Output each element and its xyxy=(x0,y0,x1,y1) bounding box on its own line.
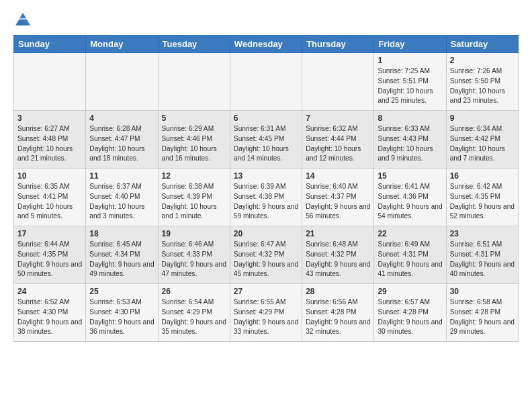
calendar-cell: 17Sunrise: 6:44 AM Sunset: 4:35 PM Dayli… xyxy=(14,226,86,284)
day-number: 3 xyxy=(17,113,82,123)
col-header-tuesday: Tuesday xyxy=(158,36,230,53)
day-info: Sunrise: 6:58 AM Sunset: 4:28 PM Dayligh… xyxy=(450,298,515,337)
day-number: 15 xyxy=(378,171,442,181)
calendar-cell: 7Sunrise: 6:32 AM Sunset: 4:44 PM Daylig… xyxy=(302,111,374,169)
calendar-cell: 20Sunrise: 6:47 AM Sunset: 4:32 PM Dayli… xyxy=(230,226,302,284)
calendar-header-row: SundayMondayTuesdayWednesdayThursdayFrid… xyxy=(14,36,519,53)
day-info: Sunrise: 6:42 AM Sunset: 4:35 PM Dayligh… xyxy=(450,182,515,222)
day-number: 10 xyxy=(17,171,82,181)
day-info: Sunrise: 6:40 AM Sunset: 4:37 PM Dayligh… xyxy=(306,182,370,222)
calendar-week-0: 1Sunrise: 7:25 AM Sunset: 5:51 PM Daylig… xyxy=(14,53,519,111)
day-info: Sunrise: 7:26 AM Sunset: 5:50 PM Dayligh… xyxy=(450,66,515,106)
day-number: 7 xyxy=(306,113,370,123)
day-info: Sunrise: 6:34 AM Sunset: 4:42 PM Dayligh… xyxy=(450,124,515,164)
day-info: Sunrise: 6:46 AM Sunset: 4:33 PM Dayligh… xyxy=(162,240,226,279)
day-number: 8 xyxy=(378,113,442,123)
day-info: Sunrise: 7:25 AM Sunset: 5:51 PM Dayligh… xyxy=(378,66,442,106)
page: SundayMondayTuesdayWednesdayThursdayFrid… xyxy=(0,0,532,349)
day-number: 21 xyxy=(306,229,370,238)
calendar-cell xyxy=(86,53,158,111)
calendar-cell: 12Sunrise: 6:38 AM Sunset: 4:39 PM Dayli… xyxy=(158,169,230,226)
day-info: Sunrise: 6:47 AM Sunset: 4:32 PM Dayligh… xyxy=(234,240,298,279)
calendar-table: SundayMondayTuesdayWednesdayThursdayFrid… xyxy=(13,35,519,342)
day-number: 30 xyxy=(450,287,515,296)
logo xyxy=(13,11,34,30)
day-info: Sunrise: 6:45 AM Sunset: 4:34 PM Dayligh… xyxy=(89,240,154,279)
calendar-cell: 4Sunrise: 6:28 AM Sunset: 4:47 PM Daylig… xyxy=(86,111,158,169)
calendar-cell: 18Sunrise: 6:45 AM Sunset: 4:34 PM Dayli… xyxy=(86,226,158,284)
day-info: Sunrise: 6:56 AM Sunset: 4:28 PM Dayligh… xyxy=(306,298,370,337)
calendar-cell: 29Sunrise: 6:57 AM Sunset: 4:28 PM Dayli… xyxy=(374,284,446,342)
col-header-thursday: Thursday xyxy=(302,36,374,53)
day-number: 27 xyxy=(234,287,298,296)
calendar-cell: 28Sunrise: 6:56 AM Sunset: 4:28 PM Dayli… xyxy=(302,284,374,342)
calendar-cell xyxy=(302,53,374,111)
day-info: Sunrise: 6:41 AM Sunset: 4:36 PM Dayligh… xyxy=(378,182,442,222)
day-number: 25 xyxy=(89,287,154,296)
calendar-cell: 27Sunrise: 6:55 AM Sunset: 4:29 PM Dayli… xyxy=(230,284,302,342)
calendar-cell xyxy=(14,53,86,111)
day-number: 24 xyxy=(17,287,82,296)
day-number: 26 xyxy=(162,287,226,296)
calendar-cell: 23Sunrise: 6:51 AM Sunset: 4:31 PM Dayli… xyxy=(446,226,518,284)
col-header-monday: Monday xyxy=(86,36,158,53)
day-info: Sunrise: 6:39 AM Sunset: 4:38 PM Dayligh… xyxy=(234,182,298,222)
day-number: 16 xyxy=(450,171,515,181)
day-info: Sunrise: 6:57 AM Sunset: 4:28 PM Dayligh… xyxy=(378,298,442,337)
day-number: 5 xyxy=(162,113,226,123)
calendar-week-2: 10Sunrise: 6:35 AM Sunset: 4:41 PM Dayli… xyxy=(14,169,519,226)
calendar-cell: 30Sunrise: 6:58 AM Sunset: 4:28 PM Dayli… xyxy=(446,284,518,342)
col-header-sunday: Sunday xyxy=(14,36,86,53)
day-info: Sunrise: 6:33 AM Sunset: 4:43 PM Dayligh… xyxy=(378,124,442,164)
day-number: 6 xyxy=(234,113,298,123)
day-info: Sunrise: 6:44 AM Sunset: 4:35 PM Dayligh… xyxy=(17,240,82,279)
calendar-cell: 1Sunrise: 7:25 AM Sunset: 5:51 PM Daylig… xyxy=(374,53,446,111)
day-info: Sunrise: 6:31 AM Sunset: 4:45 PM Dayligh… xyxy=(234,124,298,164)
day-number: 11 xyxy=(89,171,154,181)
day-info: Sunrise: 6:37 AM Sunset: 4:40 PM Dayligh… xyxy=(89,182,154,222)
day-info: Sunrise: 6:35 AM Sunset: 4:41 PM Dayligh… xyxy=(17,182,82,222)
calendar-week-3: 17Sunrise: 6:44 AM Sunset: 4:35 PM Dayli… xyxy=(14,226,519,284)
calendar-cell: 10Sunrise: 6:35 AM Sunset: 4:41 PM Dayli… xyxy=(14,169,86,226)
calendar-cell: 3Sunrise: 6:27 AM Sunset: 4:48 PM Daylig… xyxy=(14,111,86,169)
day-info: Sunrise: 6:29 AM Sunset: 4:46 PM Dayligh… xyxy=(162,124,226,164)
calendar-cell: 16Sunrise: 6:42 AM Sunset: 4:35 PM Dayli… xyxy=(446,169,518,226)
calendar-cell: 9Sunrise: 6:34 AM Sunset: 4:42 PM Daylig… xyxy=(446,111,518,169)
calendar-cell: 8Sunrise: 6:33 AM Sunset: 4:43 PM Daylig… xyxy=(374,111,446,169)
day-info: Sunrise: 6:49 AM Sunset: 4:31 PM Dayligh… xyxy=(378,240,442,279)
calendar-cell: 6Sunrise: 6:31 AM Sunset: 4:45 PM Daylig… xyxy=(230,111,302,169)
calendar-cell: 25Sunrise: 6:53 AM Sunset: 4:30 PM Dayli… xyxy=(86,284,158,342)
col-header-wednesday: Wednesday xyxy=(230,36,302,53)
calendar-cell: 19Sunrise: 6:46 AM Sunset: 4:33 PM Dayli… xyxy=(158,226,230,284)
calendar-week-4: 24Sunrise: 6:52 AM Sunset: 4:30 PM Dayli… xyxy=(14,284,519,342)
day-info: Sunrise: 6:27 AM Sunset: 4:48 PM Dayligh… xyxy=(17,124,82,164)
day-info: Sunrise: 6:32 AM Sunset: 4:44 PM Dayligh… xyxy=(306,124,370,164)
day-number: 13 xyxy=(234,171,298,181)
day-number: 14 xyxy=(306,171,370,181)
day-info: Sunrise: 6:48 AM Sunset: 4:32 PM Dayligh… xyxy=(306,240,370,279)
calendar-cell: 13Sunrise: 6:39 AM Sunset: 4:38 PM Dayli… xyxy=(230,169,302,226)
day-number: 29 xyxy=(378,287,442,296)
calendar-cell: 26Sunrise: 6:54 AM Sunset: 4:29 PM Dayli… xyxy=(158,284,230,342)
day-info: Sunrise: 6:53 AM Sunset: 4:30 PM Dayligh… xyxy=(89,298,154,337)
day-number: 2 xyxy=(450,56,515,65)
day-info: Sunrise: 6:38 AM Sunset: 4:39 PM Dayligh… xyxy=(162,182,226,222)
calendar-cell: 2Sunrise: 7:26 AM Sunset: 5:50 PM Daylig… xyxy=(446,53,518,111)
col-header-saturday: Saturday xyxy=(446,36,518,53)
day-info: Sunrise: 6:52 AM Sunset: 4:30 PM Dayligh… xyxy=(17,298,82,337)
calendar-cell: 5Sunrise: 6:29 AM Sunset: 4:46 PM Daylig… xyxy=(158,111,230,169)
day-number: 19 xyxy=(162,229,226,238)
col-header-friday: Friday xyxy=(374,36,446,53)
calendar-cell xyxy=(230,53,302,111)
logo-icon xyxy=(13,11,32,30)
day-info: Sunrise: 6:54 AM Sunset: 4:29 PM Dayligh… xyxy=(162,298,226,337)
day-number: 20 xyxy=(234,229,298,238)
svg-rect-2 xyxy=(19,18,27,19)
day-number: 9 xyxy=(450,113,515,123)
calendar-cell: 15Sunrise: 6:41 AM Sunset: 4:36 PM Dayli… xyxy=(374,169,446,226)
calendar-cell: 11Sunrise: 6:37 AM Sunset: 4:40 PM Dayli… xyxy=(86,169,158,226)
day-number: 17 xyxy=(17,229,82,238)
day-number: 28 xyxy=(306,287,370,296)
header xyxy=(13,11,519,30)
day-number: 18 xyxy=(89,229,154,238)
